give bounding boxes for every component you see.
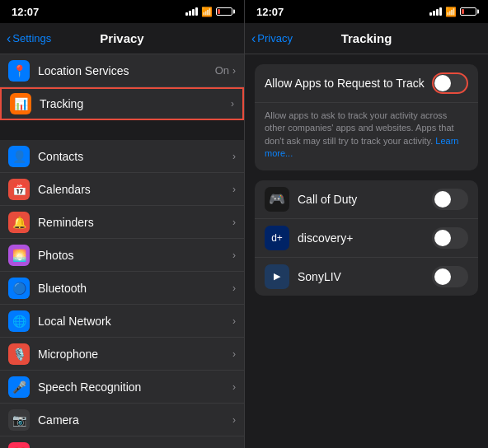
app-toggle-discovery[interactable] [432, 227, 468, 249]
local-network-icon: 🌐 [8, 310, 30, 332]
app-name-discovery: discovery+ [298, 231, 432, 245]
camera-label: Camera [38, 413, 232, 427]
tracking-apps-section: 🎮 Call of Duty d+ discovery+ ▶ SonyLIV [255, 180, 478, 296]
nav-bar-right: ‹ Privacy Tracking [245, 23, 488, 54]
list-item-camera[interactable]: 📷 Camera › [0, 404, 244, 436]
chevron-right-icon: › [232, 217, 236, 228]
right-panel: 12:07 📶 ‹ Privacy Tracking Allow Apps [244, 0, 488, 448]
list-item-bluetooth[interactable]: 🔵 Bluetooth › [0, 272, 244, 305]
list-item-microphone[interactable]: 🎙️ Microphone › [0, 338, 244, 371]
status-bar-left: 12:07 📶 [0, 0, 244, 23]
page-title-left: Privacy [100, 31, 143, 45]
list-item-photos[interactable]: 🌅 Photos › [0, 239, 244, 272]
allow-tracking-row[interactable]: Allow Apps to Request to Track [255, 64, 478, 103]
app-toggle-sonyliv[interactable] [432, 266, 468, 287]
speech-label: Speech Recognition [38, 380, 232, 394]
chevron-right-icon: › [232, 184, 236, 195]
camera-icon: 📷 [8, 409, 30, 431]
time-right: 12:07 [256, 6, 284, 18]
list-item-reminders[interactable]: 🔔 Reminders › [0, 206, 244, 239]
wifi-icon-right: 📶 [445, 7, 457, 17]
microphone-icon: 🎙️ [8, 343, 30, 365]
tracking-label: Tracking [40, 97, 231, 110]
chevron-right-icon: › [232, 151, 236, 162]
status-bar-right: 12:07 📶 [245, 0, 488, 23]
tracking-description: Allow apps to ask to track your activity… [255, 103, 478, 170]
list-item-health[interactable]: ❤️ Health › [0, 436, 244, 448]
location-icon: 📍 [8, 60, 30, 82]
chevron-left-icon: ‹ [7, 31, 11, 46]
status-icons-right: 📶 [429, 7, 476, 17]
nav-bar-left: ‹ Settings Privacy [0, 23, 244, 54]
chevron-right-icon: › [232, 250, 236, 261]
list-item-local-network[interactable]: 🌐 Local Network › [0, 305, 244, 338]
chevron-right-icon: › [232, 348, 236, 360]
chevron-right-icon: › [231, 98, 234, 110]
back-label-right: Privacy [257, 32, 293, 44]
app-icon-cod: 🎮 [265, 187, 289, 212]
signal-icon [185, 7, 198, 16]
tracking-icon: 📊 [10, 93, 31, 114]
speech-icon: 🎤 [8, 376, 30, 398]
back-button-left[interactable]: ‹ Settings [7, 31, 51, 46]
settings-list: 📍 Location Services On › 📊 Tracking › 👤 … [0, 54, 244, 448]
chevron-right-icon: › [232, 315, 236, 327]
signal-icon-right [429, 7, 442, 16]
photos-label: Photos [38, 249, 232, 262]
chevron-left-icon-right: ‹ [251, 31, 256, 46]
learn-more-link[interactable]: Learn more... [265, 136, 458, 158]
status-icons-left: 📶 [185, 7, 232, 17]
bluetooth-label: Bluetooth [38, 282, 232, 295]
list-item-speech[interactable]: 🎤 Speech Recognition › [0, 371, 244, 404]
chevron-right-icon: › [232, 65, 236, 77]
list-item-location[interactable]: 📍 Location Services On › [0, 54, 244, 87]
battery-icon-right [460, 7, 476, 16]
chevron-right-icon: › [232, 381, 236, 393]
microphone-label: Microphone [38, 348, 232, 361]
chevron-right-icon: › [232, 282, 236, 294]
health-icon: ❤️ [8, 442, 30, 449]
calendars-label: Calendars [38, 183, 232, 196]
app-toggle-cod[interactable] [432, 189, 468, 210]
reminders-label: Reminders [38, 216, 232, 229]
reminders-icon: 🔔 [8, 212, 30, 233]
time-left: 12:07 [12, 6, 39, 18]
contacts-icon: 👤 [8, 146, 30, 167]
tracking-content: Allow Apps to Request to Track Allow app… [245, 54, 488, 448]
page-title-right: Tracking [341, 31, 392, 45]
app-name-sonyliv: SonyLIV [298, 270, 432, 283]
contacts-label: Contacts [38, 150, 232, 163]
list-item-calendars[interactable]: 📅 Calendars › [0, 173, 244, 206]
calendars-icon: 📅 [8, 179, 30, 200]
allow-tracking-label: Allow Apps to Request to Track [265, 77, 432, 90]
bluetooth-icon: 🔵 [8, 278, 30, 299]
list-item-tracking[interactable]: 📊 Tracking › [0, 87, 244, 120]
app-name-cod: Call of Duty [298, 193, 432, 206]
app-row-cod[interactable]: 🎮 Call of Duty [255, 180, 478, 219]
allow-tracking-section: Allow Apps to Request to Track Allow app… [255, 64, 478, 170]
app-icon-discovery: d+ [265, 226, 289, 250]
photos-icon: 🌅 [8, 245, 30, 266]
left-panel: 12:07 📶 ‹ Settings Privacy 📍 Location Se [0, 0, 244, 448]
local-network-label: Local Network [38, 315, 232, 328]
list-item-contacts[interactable]: 👤 Contacts › [0, 140, 244, 173]
location-value: On [215, 64, 229, 77]
wifi-icon: 📶 [201, 7, 213, 17]
back-label-left: Settings [12, 32, 51, 44]
chevron-right-icon: › [232, 414, 236, 426]
app-row-sonyliv[interactable]: ▶ SonyLIV [255, 258, 478, 296]
app-row-discovery[interactable]: d+ discovery+ [255, 219, 478, 258]
location-label: Location Services [38, 64, 215, 77]
battery-icon [216, 7, 232, 16]
allow-tracking-toggle[interactable] [432, 72, 468, 94]
app-icon-sonyliv: ▶ [265, 264, 289, 289]
back-button-right[interactable]: ‹ Privacy [251, 31, 293, 46]
